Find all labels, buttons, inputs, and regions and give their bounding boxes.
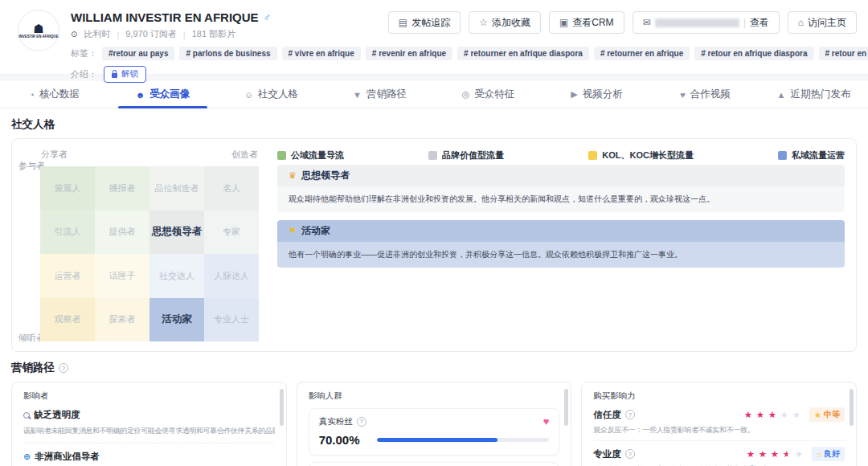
unlock-button[interactable]: 解锁 (104, 66, 146, 83)
persona-card-body: 观众期待他能帮助他们理解在非洲创业和投资的发展。他分享相关的新闻和观点，知道什么… (277, 186, 845, 212)
tab-social-persona[interactable]: ☺ 社交人格 (217, 81, 326, 108)
fire-icon: ▲ (777, 90, 786, 100)
tags-label: 标签： (71, 47, 97, 59)
item-title: 缺乏透明度 (34, 409, 80, 421)
person-icon: ☻ (136, 90, 145, 100)
metric-product-interested-fans: 对产品感兴趣粉丝 ? ☻ 45.00% (309, 462, 560, 466)
marketing-path-title: 营销路径 (11, 361, 55, 375)
add-favorite-label: 添加收藏 (492, 16, 530, 30)
visit-homepage-button[interactable]: ⌂ 访问主页 (788, 11, 857, 34)
avatar-caption: INVESTIR EN AFRIQUE (18, 35, 59, 39)
legend-label: KOL、KOC增长型流量 (602, 149, 694, 161)
add-favorite-button[interactable]: ☆ 添加收藏 (469, 11, 541, 34)
tag-chip[interactable]: # vivre en afrique (282, 47, 361, 60)
star-rating: ★★★★★★★★★★ (747, 449, 805, 459)
tab-video-analysis[interactable]: ▶ 视频分析 (542, 81, 651, 108)
monitor-icon: ▤ (399, 17, 407, 28)
persona-cell-thought-leader: 思想领导者 (149, 211, 204, 255)
email-button[interactable]: ✉ | 查看 (633, 11, 780, 34)
scrollbar[interactable] (564, 389, 568, 426)
badge-label: 良好 (824, 448, 840, 460)
unlock-label: 解锁 (121, 68, 138, 80)
post-tracking-button[interactable]: ▤ 发帖追踪 (388, 11, 461, 34)
funnel-icon: ▼ (353, 90, 362, 100)
tab-collab-videos[interactable]: ♥ 合作视频 (651, 81, 760, 108)
tag-chip[interactable]: # retour en afrique diaspora (694, 47, 813, 60)
tab-label: 核心数据 (39, 88, 80, 101)
scrollbar[interactable] (280, 389, 284, 426)
tag-chip[interactable]: # parlons de business (179, 47, 276, 60)
persona-cell: 提供者 (95, 211, 149, 255)
axis-creator: 创造者 (231, 149, 258, 161)
crown-icon: ♛ (289, 170, 297, 181)
status-badge[interactable]: ★ 中等 (809, 407, 845, 422)
help-icon[interactable]: ? (625, 410, 635, 419)
legend-item: 私域流量运营 (778, 149, 845, 161)
divider: | (183, 30, 186, 39)
flag-icon: ⚑ (289, 226, 297, 236)
divider: | (743, 17, 746, 28)
email-redacted (655, 18, 739, 27)
influencer-card: 影响者 缺乏透明度 该影响者未能回复消息和不明确的定价可能会使寻求透明和可靠合作… (11, 382, 287, 466)
influencer-label: 影响者 (23, 390, 275, 402)
star-icon: ★ (814, 411, 821, 419)
tab-label: 近期热门发布 (790, 88, 850, 101)
rating-row-expertise: 专业度 ? ★★★★★★★★★★ ☝ 良好 影响者提供了详细的产品信息，但在技术… (593, 441, 845, 466)
target-icon: ◎ (462, 89, 470, 100)
magnifier-icon (23, 412, 30, 419)
divider: | (117, 30, 119, 39)
play-icon: ▶ (571, 89, 577, 100)
traffic-legend: 公域流量导流 品牌价值型流量 KOL、KOC增长型流量 私域流量运营 (277, 149, 845, 161)
avatar[interactable]: ☗ INVESTIR EN AFRIQUE (18, 10, 59, 51)
email-view-label: 查看 (750, 16, 769, 30)
item-body: 该影响者未能回复消息和不明确的定价可能会使寻求透明和可靠合作伙伴关系的品牌感到沮… (23, 426, 275, 436)
persona-cell: 话匣子 (95, 254, 149, 298)
help-icon[interactable]: ? (625, 449, 635, 459)
profile-header: ☗ INVESTIR EN AFRIQUE WILLIAM INVESTIR E… (0, 0, 868, 74)
tab-recent-hot-posts[interactable]: ▲ 近期热门发布 (760, 81, 868, 108)
persona-matrix: 策展人 播报者 品位制造者 名人 引流人 提供者 思想领导者 专家 运营者 话匣… (40, 166, 259, 341)
persona-card-activist: ⚑ 活动家 他有一个明确的事业——促进非洲的创业和投资，并积极分享这一信息。观众… (277, 220, 845, 268)
persona-cell: 探索者 (95, 298, 149, 342)
status-badge[interactable]: ☝ 良好 (812, 447, 845, 461)
help-icon[interactable]: ? (59, 363, 68, 373)
tag-chip[interactable]: # retourner en afrique (594, 47, 690, 60)
list-item: ⊕ 非洲商业倡导者 这个影响者专注于非洲机会，非常适合希望在非洲市场扩展或突出其… (23, 444, 275, 466)
legend-swatch-gray (428, 151, 437, 160)
tag-chip[interactable]: # retour en Afrique (819, 47, 868, 60)
persona-card-thought-leader: ♛ 思想领导者 观众期待他能帮助他们理解在非洲创业和投资的发展。他分享相关的新闻… (277, 165, 845, 212)
tag-chip[interactable]: # retourner en afrique diaspora (457, 47, 589, 60)
persona-cell: 专业人士 (204, 298, 259, 342)
legend-swatch-yellow (588, 151, 597, 160)
persona-card-title: 思想领导者 (301, 169, 350, 182)
persona-cell: 策展人 (40, 166, 95, 211)
tab-marketing-path[interactable]: ▼ 营销路径 (326, 81, 434, 108)
persona-card-body: 他有一个明确的事业——促进非洲的创业和投资，并积极分享这一信息。观众依赖他积极捍… (277, 242, 845, 268)
tag-chip[interactable]: #retour au pays (102, 47, 174, 60)
persona-cell: 名人 (204, 166, 259, 211)
axis-sharer: 分享者 (41, 149, 68, 161)
rating-body: 观众反应不一：一些人指责影响者不诚实和不一致。 (593, 425, 845, 435)
view-crm-button[interactable]: ▣ 查看CRM (549, 11, 624, 34)
crm-icon: ▣ (559, 17, 568, 28)
home-icon: ⌂ (798, 17, 804, 28)
tab-audience-traits[interactable]: ◎ 受众特征 (434, 81, 542, 108)
help-icon[interactable]: ? (357, 417, 366, 427)
legend-item: 品牌价值型流量 (428, 149, 504, 161)
persona-cell: 运营者 (40, 254, 95, 298)
legend-label: 公域流量导流 (291, 149, 344, 161)
thumbs-up-icon: ☝ (817, 450, 821, 459)
star-outline-icon: ☆ (479, 17, 488, 28)
video-count: 181 部影片 (192, 28, 235, 40)
tag-chip[interactable]: # revenir en afrique (366, 47, 452, 60)
tab-label: 视频分析 (583, 88, 623, 101)
visit-homepage-label: 访问主页 (808, 16, 846, 30)
location-pin-icon: ⊙ (71, 30, 77, 39)
metric-title: 真实粉丝 (319, 416, 353, 427)
tab-audience-profile[interactable]: ☻ 受众画像 (108, 81, 217, 108)
star-rating: ★★★★★★★★★★ (744, 410, 802, 419)
scrollbar[interactable] (850, 389, 854, 426)
tab-core-data[interactable]: ◔ 核心数据 (0, 81, 108, 108)
rating-row-trust: 信任度 ? ★★★★★★★★★★ ★ 中等 观众反应不一：一些人指责影响者不诚实… (593, 402, 845, 441)
tab-label: 受众特征 (474, 88, 514, 101)
